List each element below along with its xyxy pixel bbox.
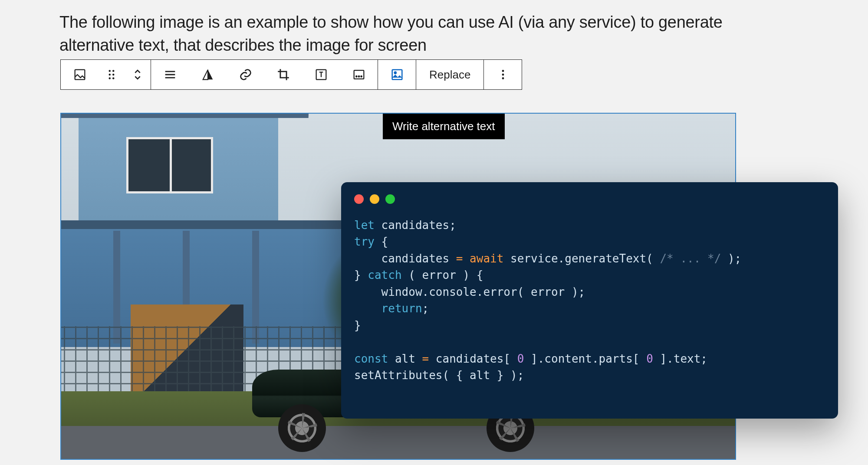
svg-rect-8 [354, 70, 364, 79]
block-toolbar: Replace [60, 59, 522, 90]
svg-point-3 [108, 74, 111, 76]
traffic-lights [354, 194, 825, 204]
caption-button[interactable] [340, 60, 378, 89]
svg-point-15 [502, 74, 504, 76]
editor-canvas: The following image is an example to sho… [59, 11, 754, 57]
replace-button[interactable]: Replace [416, 60, 483, 89]
toolbar-group-format [151, 60, 378, 89]
more-options-button[interactable] [484, 60, 522, 89]
code-content: let candidates; try { candidates = await… [354, 217, 825, 384]
drag-handle-icon [104, 67, 119, 82]
svg-rect-0 [75, 70, 85, 80]
svg-point-13 [394, 72, 396, 74]
close-dot [354, 194, 364, 204]
toolbar-group-replace: Replace [416, 60, 484, 89]
more-vertical-icon [496, 67, 510, 82]
crop-button[interactable] [264, 60, 302, 89]
svg-point-11 [361, 76, 362, 77]
text-overlay-icon [314, 67, 329, 82]
chevron-updown-icon [130, 67, 145, 82]
code-snippet-window: let candidates; try { candidates = await… [341, 182, 838, 419]
crop-icon [276, 67, 291, 82]
alt-image-icon [390, 67, 404, 82]
alt-text-tooltip: Write alternative text [383, 114, 505, 139]
block-type-button[interactable] [61, 60, 99, 89]
align-button[interactable] [151, 60, 189, 89]
svg-point-16 [502, 77, 504, 79]
toolbar-group-block [61, 60, 151, 89]
drag-handle-button[interactable] [99, 60, 125, 89]
link-button[interactable] [227, 60, 264, 89]
duotone-button[interactable] [189, 60, 227, 89]
svg-point-9 [356, 76, 357, 77]
duotone-icon [201, 67, 215, 82]
alt-text-button[interactable] [378, 60, 416, 89]
svg-point-6 [112, 77, 115, 79]
paragraph-text[interactable]: The following image is an example to sho… [59, 11, 754, 57]
svg-point-2 [112, 70, 115, 72]
zoom-dot [385, 194, 395, 204]
svg-point-5 [108, 77, 111, 79]
minimize-dot [370, 194, 379, 204]
caption-icon [352, 67, 366, 82]
link-icon [238, 67, 253, 82]
move-updown-button[interactable] [125, 60, 151, 89]
svg-point-4 [112, 74, 115, 76]
svg-point-14 [502, 70, 504, 72]
svg-point-10 [358, 76, 359, 77]
svg-rect-12 [392, 70, 402, 80]
text-overlay-button[interactable] [302, 60, 340, 89]
svg-point-1 [108, 70, 111, 72]
toolbar-group-alt [378, 60, 416, 89]
image-block-icon [72, 67, 87, 82]
toolbar-group-more [484, 60, 522, 89]
align-icon [163, 67, 178, 82]
